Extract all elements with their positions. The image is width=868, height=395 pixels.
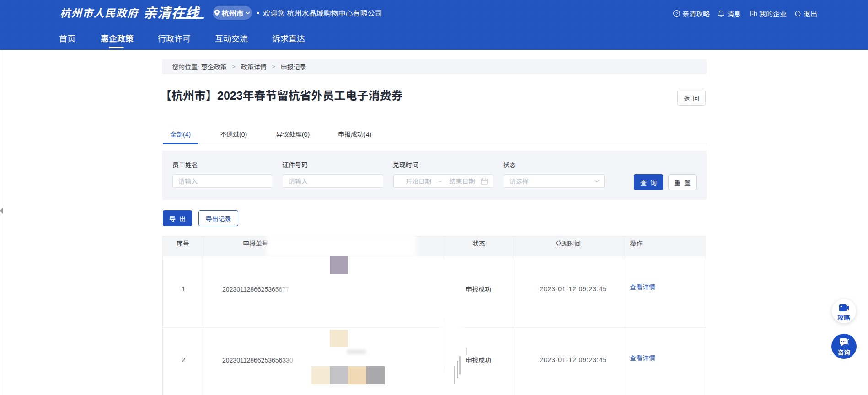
- svg-text:?: ?: [675, 11, 678, 16]
